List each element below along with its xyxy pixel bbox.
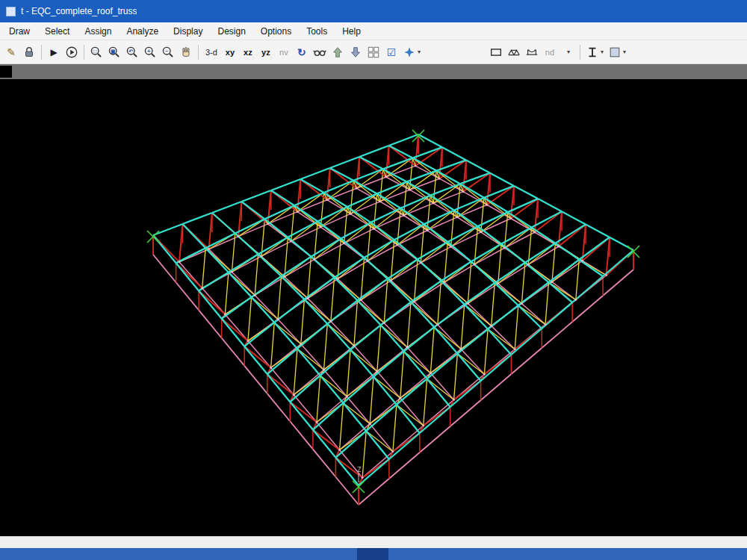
toolbar-separator	[41, 45, 42, 60]
show-tables-button[interactable]	[365, 43, 382, 62]
menu-item-help[interactable]: Help	[335, 23, 368, 40]
show-selection-check-button[interactable]: ☑	[382, 43, 400, 62]
nd-view-button[interactable]: nd	[541, 43, 559, 62]
roof-truss-model: Z	[0, 79, 747, 536]
menu-item-design[interactable]: Design	[210, 23, 252, 40]
view-xz-label: xz	[242, 48, 254, 57]
lock-icon	[22, 46, 36, 59]
lock-model-button[interactable]	[20, 43, 38, 62]
set-display-options-button[interactable]	[311, 43, 329, 62]
model-viewport[interactable]: Z	[0, 79, 747, 536]
arrow-down-icon	[349, 46, 362, 59]
svg-text:+: +	[147, 48, 150, 53]
zoom-out-one-step-button[interactable]: −	[159, 43, 177, 62]
svg-text:−: −	[165, 48, 168, 53]
window-title: t - EQC_complete_roof_truss	[21, 6, 137, 16]
status-bar	[0, 536, 747, 548]
axis-label-z: Z	[357, 466, 362, 473]
app-icon	[6, 7, 16, 16]
quick-draw-frame-button[interactable]	[523, 43, 541, 62]
play-icon: ▶	[50, 48, 57, 57]
toolbar-separator	[84, 45, 84, 60]
viewport-corner-box	[0, 66, 12, 78]
move-up-in-list-button[interactable]	[329, 43, 347, 62]
rectangle-icon	[489, 46, 503, 59]
magnifier-icon: −	[161, 46, 175, 59]
pan-hand-icon	[179, 46, 193, 59]
run-time-history-button[interactable]	[63, 43, 81, 62]
view-3d-button[interactable]: 3-d	[202, 43, 221, 62]
view-nv-button[interactable]: nv	[275, 43, 293, 62]
draw-templates-button[interactable]: ▾	[559, 43, 577, 62]
run-analysis-button[interactable]: ▶	[45, 43, 63, 62]
magnifier-icon: ▣	[108, 46, 121, 59]
sparkle-icon	[403, 46, 416, 59]
area-section-button[interactable]: ▾	[606, 43, 628, 62]
toolbar-separator	[198, 45, 199, 60]
view-xy-label: xy	[224, 48, 236, 57]
toolbar: ✎▶□▣↶+−3-dxyxzyznv↻☑▾nd▾▾▾	[0, 40, 747, 64]
dropdown-caret-icon: ▾	[623, 49, 626, 55]
move-down-in-list-button[interactable]	[347, 43, 365, 62]
section-swatch-icon	[608, 46, 622, 59]
taskbar[interactable]	[0, 548, 747, 560]
frame-section-button[interactable]: ▾	[583, 43, 606, 62]
magnifier-icon: +	[143, 46, 157, 59]
view-3d-label: 3-d	[204, 48, 219, 57]
truss-icon	[507, 46, 521, 59]
zoom-in-one-step-button[interactable]: +	[141, 43, 159, 62]
menu-item-display[interactable]: Display	[166, 23, 210, 40]
previous-zoom-button[interactable]: ↶	[123, 43, 141, 62]
i-beam-icon	[586, 46, 599, 59]
arch-truss-icon	[525, 46, 539, 59]
magnifier-icon: ↶	[125, 46, 139, 59]
svg-text:□: □	[93, 48, 96, 53]
dropdown-caret-icon: ▾	[567, 49, 570, 55]
menu-item-analyze[interactable]: Analyze	[119, 23, 166, 40]
quick-draw-truss-button[interactable]	[505, 43, 523, 62]
menu-item-assign[interactable]: Assign	[77, 23, 119, 40]
play-circle-icon	[65, 46, 78, 59]
glasses-icon	[313, 46, 326, 59]
nd-view-label: nd	[544, 48, 556, 57]
rubber-band-zoom-button[interactable]: □	[87, 43, 105, 62]
application-window: t - EQC_complete_roof_truss DrawSelectAs…	[0, 0, 747, 560]
magnifier-icon: □	[90, 46, 103, 59]
svg-text:▣: ▣	[111, 48, 115, 53]
restore-full-view-button[interactable]: ▣	[105, 43, 123, 62]
view-nv-label: nv	[278, 48, 290, 57]
arrow-up-icon	[331, 46, 344, 59]
window-titlebar[interactable]: t - EQC_complete_roof_truss	[0, 0, 747, 22]
display-extras-button[interactable]: ▾	[400, 43, 423, 62]
pan-button[interactable]	[177, 43, 195, 62]
menu-item-draw[interactable]: Draw	[1, 23, 37, 40]
rotate-arrow-icon: ↻	[297, 47, 306, 57]
toolbar-separator	[580, 45, 580, 60]
view-yz-label: yz	[260, 48, 272, 57]
draw-rectangle-button[interactable]	[487, 43, 505, 62]
tables-grid-icon	[367, 46, 380, 59]
edit-pointer-button[interactable]: ✎	[2, 43, 20, 62]
viewport-header-strip	[0, 64, 747, 79]
dropdown-caret-icon: ▾	[418, 49, 421, 55]
checkbox-icon: ☑	[387, 47, 397, 57]
view-xy-button[interactable]: xy	[221, 43, 239, 62]
rotate-3d-view-button[interactable]: ↻	[293, 43, 311, 62]
menu-item-select[interactable]: Select	[37, 23, 77, 40]
menu-item-tools[interactable]: Tools	[299, 23, 335, 40]
view-yz-button[interactable]: yz	[257, 43, 275, 62]
pencil-icon: ✎	[7, 47, 16, 57]
taskbar-active-app[interactable]	[357, 548, 388, 560]
menu-bar: DrawSelectAssignAnalyzeDisplayDesignOpti…	[0, 22, 747, 40]
view-xz-button[interactable]: xz	[239, 43, 257, 62]
svg-text:↶: ↶	[128, 48, 133, 53]
menu-item-options[interactable]: Options	[253, 23, 299, 40]
dropdown-caret-icon: ▾	[601, 49, 604, 55]
